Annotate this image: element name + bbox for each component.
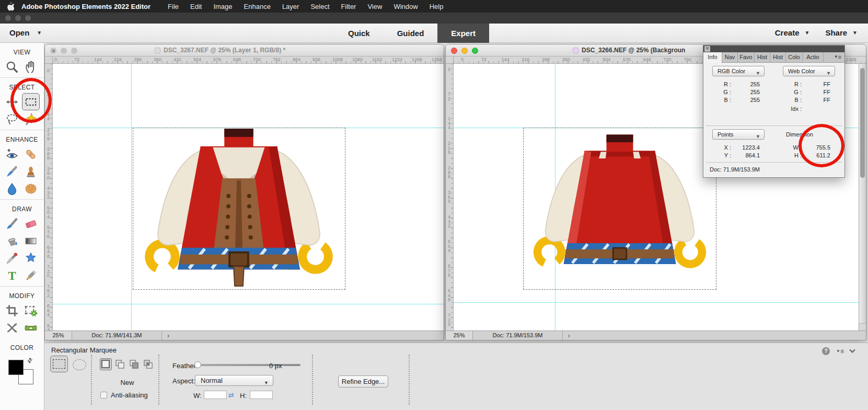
units-dropdown[interactable]: Points ▼ [712,129,765,140]
open-button[interactable]: Open ▼ [9,28,42,37]
doc1-titlebar[interactable]: DSC_3267.NEF @ 25% (Layer 1, RGB/8) * [45,44,444,56]
close-icon[interactable] [451,48,457,54]
gradient-tool[interactable] [22,232,40,249]
guide-horizontal[interactable] [53,304,444,304]
brush-tool[interactable] [3,215,21,232]
blur-tool[interactable] [3,180,21,197]
elliptical-marquee-option[interactable] [72,358,87,371]
selection-mode-add[interactable] [114,358,126,370]
spot-healing-brush-tool[interactable] [22,145,40,163]
crop-tool[interactable] [3,302,21,319]
doc-size[interactable]: Doc: 71.9M/153.9M [473,331,563,340]
web-color-mode-dropdown[interactable]: Web Color ▼ [783,66,835,76]
menu-layer[interactable]: Layer [276,3,305,10]
tab-expert[interactable]: Expert [437,24,489,43]
info-tab-info[interactable]: Info [703,52,722,63]
eyedropper-tool[interactable] [3,249,21,267]
menu-select[interactable]: Select [305,3,335,10]
info-panel-header[interactable]: × [703,45,844,52]
selection-mode-intersect[interactable] [142,358,154,370]
move-tool[interactable] [3,93,21,110]
status-chevron-icon[interactable]: › [563,332,570,339]
menu-help[interactable]: Help [424,3,449,10]
lasso-tool[interactable] [3,110,21,128]
doc1-canvas[interactable] [53,64,444,331]
info-tab-nav[interactable]: Nav [722,52,738,63]
doc-size[interactable]: Doc: 71.9M/141.3M [72,331,162,340]
minimize-icon[interactable] [61,48,67,54]
magic-wand-tool[interactable] [22,110,40,128]
selection-mode-new[interactable] [100,358,112,370]
apple-menu-icon[interactable] [6,2,14,11]
rectangular-marquee-tool[interactable] [22,93,40,110]
foreground-color-swatch[interactable] [8,360,24,375]
info-tab-actio[interactable]: Actio [803,52,824,63]
height-input[interactable] [250,391,273,399]
red-eye-removal-tool[interactable] [3,145,21,163]
scrollbar-thumb[interactable] [860,68,865,178]
minimize-icon[interactable] [461,48,468,54]
width-input[interactable] [204,391,227,399]
menu-window[interactable]: Window [388,3,423,10]
paint-bucket-tool[interactable] [3,232,21,249]
menu-image[interactable]: Image [207,3,238,10]
refine-edge-button[interactable]: Refine Edge... [338,375,388,388]
collapse-panel-icon[interactable] [849,347,855,352]
menu-file[interactable]: File [162,3,184,10]
feather-slider-knob[interactable] [194,361,201,368]
sponge-tool[interactable] [22,180,40,197]
info-panel[interactable]: × InfoNavFavoHistHistColoActio▼≡ RGB Col… [703,45,845,178]
marquee-selection[interactable] [133,128,345,290]
marquee-selection[interactable] [523,128,716,290]
guide-horizontal[interactable] [454,302,859,303]
document-window-1[interactable]: DSC_3267.NEF @ 25% (Layer 1, RGB/8) * 07… [44,44,444,340]
info-tab-hist-2[interactable]: Hist [770,52,786,63]
menu-edit[interactable]: Edit [184,3,207,10]
status-chevron-icon[interactable]: › [162,332,169,339]
zoom-window-icon[interactable] [25,15,31,21]
feather-slider-track[interactable] [198,364,300,366]
menu-enhance[interactable]: Enhance [238,3,276,10]
chevron-down-icon[interactable]: ▼ [37,30,42,36]
info-tab-colo[interactable]: Colo [786,52,803,63]
doc1-window-controls[interactable] [50,48,77,54]
info-tab-favo[interactable]: Favo [738,52,755,63]
close-window-icon[interactable] [5,15,11,21]
rectangular-marquee-option[interactable] [50,356,68,372]
content-aware-move-tool[interactable] [3,319,21,336]
tab-quick[interactable]: Quick [334,24,384,43]
type-tool[interactable]: T [3,267,21,284]
guide-vertical[interactable] [131,64,132,331]
eraser-tool[interactable] [22,215,40,232]
anti-aliasing-option[interactable]: Anti-aliasing [100,391,148,399]
shape-tool[interactable] [22,249,40,267]
swap-colors-icon[interactable]: ⇄ [26,356,34,365]
panel-menu-icon[interactable]: ▼≡ [836,348,844,355]
anti-aliasing-checkbox[interactable] [100,392,107,398]
clone-stamp-tool[interactable] [22,163,40,180]
recompose-tool[interactable] [22,302,40,319]
color-mode-dropdown[interactable]: RGB Color ▼ [712,66,765,76]
pencil-tool[interactable] [22,267,40,284]
zoom-icon[interactable] [71,48,77,54]
menu-filter[interactable]: Filter [335,3,362,10]
selection-mode-subtract[interactable] [128,358,140,370]
tab-guided[interactable]: Guided [384,24,438,43]
aspect-dropdown[interactable]: Normal ▼ [195,375,273,386]
help-icon[interactable]: ? [822,347,830,355]
create-button[interactable]: Create ▼ [775,28,810,37]
minimize-window-icon[interactable] [15,15,21,21]
zoom-icon[interactable] [472,48,478,54]
doc2-window-controls[interactable] [451,48,478,54]
swap-width-height-icon[interactable]: ⇄ [228,391,234,399]
zoom-level[interactable]: 25% [446,331,473,340]
hand-tool[interactable] [22,58,40,75]
panel-menu-icon[interactable]: ▼≡ [834,54,841,60]
smart-brush-tool[interactable] [3,163,21,180]
straighten-tool[interactable] [22,319,40,336]
close-panel-icon[interactable]: × [704,46,710,52]
close-icon[interactable] [50,48,56,54]
share-button[interactable]: Share ▼ [825,28,858,37]
zoom-tool[interactable] [3,58,21,75]
zoom-level[interactable]: 25% [45,331,72,340]
